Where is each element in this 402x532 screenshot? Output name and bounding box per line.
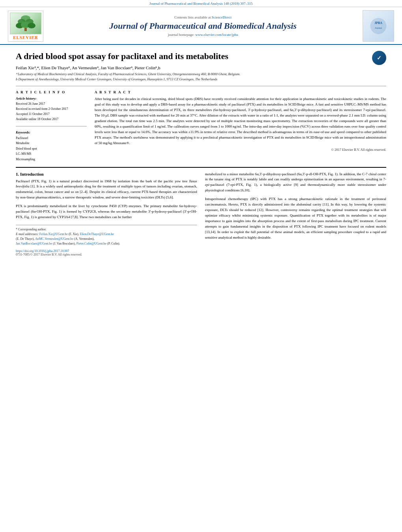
body-right-col: metabolized to a minor metabolite 6α,3′-…	[205, 172, 386, 257]
sciencedirect-link[interactable]: ScienceDirect	[212, 15, 231, 19]
elsevier-brand-text: ELSEVIER	[13, 35, 38, 40]
footnote-emails-3: Jan.VanBocxlaer@UGent.be (J. Van Bocxlae…	[16, 241, 197, 246]
page: Journal of Pharmaceutical and Biomedical…	[0, 0, 402, 262]
elsevier-logo-container: ELSEVIER	[8, 11, 43, 42]
footnote-emails-2: (E. De Thaye), AnMC.Vermeulen@UGent.be (…	[16, 237, 197, 241]
journal-logo-box: JPBA Journal	[363, 10, 394, 42]
intro-para-4: Intraperitoneal chemotherapy (IPC) with …	[205, 196, 386, 241]
available-online-date: Available online 18 October 2017	[16, 117, 87, 122]
intro-para-3: metabolized to a minor metabolite 6α,3′-…	[205, 172, 386, 194]
journal-homepage: journal homepage: www.elsevier.com/locat…	[47, 33, 359, 37]
body-two-col: 1. Introduction Paclitaxel (PTX, Fig. 1)…	[16, 172, 386, 257]
journal-title: Journal of Pharmaceutical and Biomedical…	[47, 21, 359, 31]
article-title-block: A dried blood spot assay for paclitaxel …	[16, 51, 228, 65]
email-an: AnMC.Vermeulen@UGent.be	[35, 237, 73, 241]
homepage-url[interactable]: www.elsevier.com/locate/jpba	[195, 33, 238, 37]
intro-para-2: PTX is predominantly metabolized in the …	[16, 204, 197, 220]
received-date: Received 26 June 2017	[16, 102, 87, 107]
article-info-col: A R T I C L E I N F O Article history: R…	[16, 90, 87, 162]
contents-line: Contents lists available at ScienceDirec…	[47, 15, 359, 19]
keyword-3: Dried blood spot	[16, 146, 87, 152]
doi-line: https://doi.org/10.1016/j.jpba.2017.10.0…	[16, 249, 197, 253]
email-feifan: Feifan.Xie@UGent.be	[39, 232, 68, 236]
keyword-2: Metabolite	[16, 141, 87, 146]
doi-text[interactable]: https://doi.org/10.1016/j.jpba.2017.10.0…	[16, 249, 69, 253]
issn-rights-text: 0731-7085/© 2017 Elsevier B.V. All right…	[16, 253, 82, 256]
received-revised-date: Received in revised form 2 October 2017	[16, 107, 87, 112]
footnote-corresponding: * Corresponding author.	[16, 227, 197, 232]
journal-logo-right: JPBA Journal	[363, 10, 394, 42]
article-info-heading: A R T I C L E I N F O	[16, 90, 87, 94]
svg-text:JPBA: JPBA	[374, 21, 382, 25]
article-history-title: Article history:	[16, 96, 87, 100]
abstract-heading: A B S T R A C T	[95, 90, 386, 94]
email-label: E-mail addresses:	[16, 232, 39, 236]
journal-header-center: Contents lists available at ScienceDirec…	[47, 15, 359, 37]
body-left-col: 1. Introduction Paclitaxel (PTX, Fig. 1)…	[16, 172, 197, 257]
keyword-4: LC–MS/MS	[16, 151, 87, 157]
affiliation-b: b Department of Anesthesiology, Universi…	[16, 77, 386, 82]
email-jan: Jan.VanBocxlaer@UGent.be	[16, 242, 52, 245]
abstract-col: A B S T R A C T After being used for dec…	[95, 90, 386, 162]
authors-text: Feifan Xieᵃ,*, Elien De Thayeᵃ, An Verme…	[16, 65, 160, 70]
keyword-1: Paclitaxel	[16, 135, 87, 141]
intro-heading: 1. Introduction	[16, 172, 197, 176]
title-row: A dried blood spot assay for paclitaxel …	[16, 51, 386, 65]
email-pieter: Pieter.Colin@UGent.be	[76, 242, 106, 245]
keywords-title: Keywords:	[16, 130, 87, 134]
abstract-copyright: © 2017 Elsevier B.V. All rights reserved…	[95, 148, 386, 152]
journal-citation: Journal of Pharmaceutical and Biomedical…	[0, 0, 402, 7]
svg-point-7	[370, 18, 386, 34]
contents-text: Contents lists available at	[175, 15, 211, 19]
citation-text: Journal of Pharmaceutical and Biomedical…	[149, 2, 253, 6]
elsevier-logo-box: ELSEVIER	[8, 11, 43, 42]
crossmark-badge: ✓	[372, 51, 386, 65]
divider-1	[16, 86, 386, 86]
authors-line: Feifan Xieᵃ,*, Elien De Thayeᵃ, An Verme…	[16, 65, 386, 70]
footnote-section: * Corresponding author. E-mail addresses…	[16, 225, 197, 256]
elsevier-tree-icon	[14, 15, 37, 32]
doi-rights: 0731-7085/© 2017 Elsevier B.V. All right…	[16, 253, 197, 256]
svg-text:Journal: Journal	[375, 27, 382, 29]
keyword-5: Microsampling	[16, 157, 87, 162]
svg-point-5	[28, 23, 35, 28]
journal-header: ELSEVIER Contents lists available at Sci…	[0, 7, 402, 45]
email-elien: Elien.DeThaye@UGent.be	[80, 232, 114, 236]
accepted-date: Accepted 11 October 2017	[16, 112, 87, 117]
thick-divider	[16, 167, 386, 168]
divider-info	[16, 126, 87, 126]
intro-para-1: Paclitaxel (PTX, Fig. 1) is a natural pr…	[16, 179, 197, 201]
homepage-label: journal homepage:	[168, 33, 194, 37]
article-title: A dried blood spot assay for paclitaxel …	[16, 51, 228, 62]
svg-rect-6	[24, 28, 27, 31]
footnote-emails: E-mail addresses: Feifan.Xie@UGent.be (F…	[16, 232, 197, 237]
article-area: A dried blood spot assay for paclitaxel …	[0, 45, 402, 262]
abstract-text: After being used for decades in clinical…	[95, 96, 386, 146]
elsevier-logo-image	[10, 13, 41, 34]
article-info-abstract-section: A R T I C L E I N F O Article history: R…	[16, 90, 386, 162]
keywords-section: Keywords: Paclitaxel Metabolite Dried bl…	[16, 130, 87, 162]
corresponding-author-label: * Corresponding author.	[16, 228, 47, 231]
journal-logo-icon: JPBA Journal	[368, 16, 388, 36]
affiliation-a: ᵃ Laboratory of Medical Biochemistry and…	[16, 72, 386, 77]
